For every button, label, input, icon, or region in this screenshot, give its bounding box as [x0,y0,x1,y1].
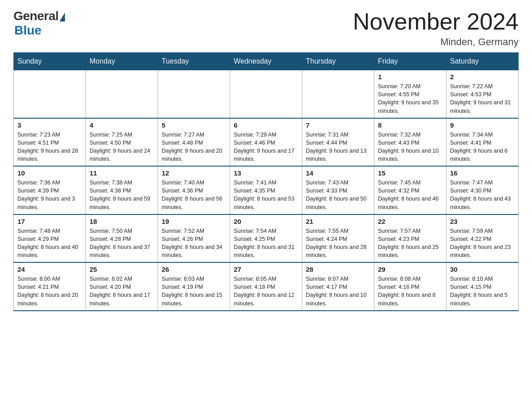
day-info: Sunrise: 7:57 AMSunset: 4:23 PMDaylight:… [378,227,442,260]
calendar-cell [230,70,302,118]
header-day-tuesday: Tuesday [158,53,230,70]
day-info: Sunrise: 7:41 AMSunset: 4:35 PMDaylight:… [234,179,298,211]
calendar-cell: 26Sunrise: 8:03 AMSunset: 4:19 PMDayligh… [158,262,230,311]
day-info: Sunrise: 7:52 AMSunset: 4:26 PMDaylight:… [162,227,226,260]
day-info: Sunrise: 7:27 AMSunset: 4:48 PMDaylight:… [162,131,226,163]
day-number: 25 [90,265,154,273]
calendar-cell: 12Sunrise: 7:40 AMSunset: 4:36 PMDayligh… [158,166,230,214]
calendar-cell: 2Sunrise: 7:22 AMSunset: 4:53 PMDaylight… [446,70,519,118]
calendar-cell: 15Sunrise: 7:45 AMSunset: 4:32 PMDayligh… [374,166,446,214]
day-number: 9 [450,121,515,129]
day-number: 21 [306,218,370,225]
day-number: 7 [306,121,370,129]
day-info: Sunrise: 7:38 AMSunset: 4:38 PMDaylight:… [90,179,154,211]
header-day-monday: Monday [86,53,158,70]
calendar-cell: 11Sunrise: 7:38 AMSunset: 4:38 PMDayligh… [86,166,158,214]
day-number: 27 [234,265,298,273]
calendar-cell: 8Sunrise: 7:32 AMSunset: 4:43 PMDaylight… [374,118,446,167]
calendar-cell: 6Sunrise: 7:29 AMSunset: 4:46 PMDaylight… [230,118,302,167]
day-info: Sunrise: 8:08 AMSunset: 4:16 PMDaylight:… [378,275,442,308]
day-info: Sunrise: 7:22 AMSunset: 4:53 PMDaylight:… [450,82,515,115]
header-row: SundayMondayTuesdayWednesdayThursdayFrid… [14,53,519,70]
calendar-cell: 19Sunrise: 7:52 AMSunset: 4:26 PMDayligh… [158,214,230,263]
day-number: 8 [378,121,442,129]
day-info: Sunrise: 7:34 AMSunset: 4:41 PMDaylight:… [450,131,515,163]
calendar-cell: 25Sunrise: 8:02 AMSunset: 4:20 PMDayligh… [86,262,158,311]
calendar-body: 1Sunrise: 7:20 AMSunset: 4:55 PMDaylight… [14,70,519,311]
calendar-cell: 5Sunrise: 7:27 AMSunset: 4:48 PMDaylight… [158,118,230,167]
day-info: Sunrise: 7:54 AMSunset: 4:25 PMDaylight:… [234,227,298,260]
calendar-cell: 9Sunrise: 7:34 AMSunset: 4:41 PMDaylight… [446,118,519,167]
header-day-saturday: Saturday [446,53,519,70]
day-info: Sunrise: 7:32 AMSunset: 4:43 PMDaylight:… [378,131,442,163]
calendar-table: SundayMondayTuesdayWednesdayThursdayFrid… [13,52,519,311]
day-number: 12 [162,169,226,177]
calendar-cell: 16Sunrise: 7:47 AMSunset: 4:30 PMDayligh… [446,166,519,214]
day-number: 3 [17,121,82,129]
calendar-cell: 30Sunrise: 8:10 AMSunset: 4:15 PMDayligh… [446,262,519,311]
day-number: 19 [162,218,226,225]
calendar-cell: 1Sunrise: 7:20 AMSunset: 4:55 PMDaylight… [374,70,446,118]
calendar-cell: 7Sunrise: 7:31 AMSunset: 4:44 PMDaylight… [302,118,374,167]
logo-triangle-icon [60,13,65,21]
day-number: 14 [306,169,370,177]
calendar-cell: 20Sunrise: 7:54 AMSunset: 4:25 PMDayligh… [230,214,302,263]
day-info: Sunrise: 7:43 AMSunset: 4:33 PMDaylight:… [306,179,370,211]
logo-general-text: General [13,9,59,23]
day-number: 29 [378,265,442,273]
logo-blue-text: Blue [14,23,42,38]
calendar-cell [86,70,158,118]
calendar-cell: 14Sunrise: 7:43 AMSunset: 4:33 PMDayligh… [302,166,374,214]
calendar-cell [302,70,374,118]
location-text: Minden, Germany [353,36,519,48]
calendar-cell: 18Sunrise: 7:50 AMSunset: 4:28 PMDayligh… [86,214,158,263]
calendar-cell: 17Sunrise: 7:48 AMSunset: 4:29 PMDayligh… [14,214,86,263]
calendar-cell: 23Sunrise: 7:59 AMSunset: 4:22 PMDayligh… [446,214,519,263]
calendar-cell [14,70,86,118]
calendar-cell: 27Sunrise: 8:05 AMSunset: 4:18 PMDayligh… [230,262,302,311]
day-number: 13 [234,169,298,177]
day-info: Sunrise: 7:50 AMSunset: 4:28 PMDaylight:… [90,227,154,260]
day-info: Sunrise: 8:05 AMSunset: 4:18 PMDaylight:… [234,275,298,308]
header-day-thursday: Thursday [302,53,374,70]
day-info: Sunrise: 7:40 AMSunset: 4:36 PMDaylight:… [162,179,226,211]
logo: General Blue [13,9,65,38]
day-number: 30 [450,265,515,273]
day-info: Sunrise: 7:48 AMSunset: 4:29 PMDaylight:… [17,227,82,260]
day-number: 1 [378,73,442,81]
day-info: Sunrise: 7:47 AMSunset: 4:30 PMDaylight:… [450,179,515,211]
day-info: Sunrise: 7:55 AMSunset: 4:24 PMDaylight:… [306,227,370,260]
day-info: Sunrise: 7:45 AMSunset: 4:32 PMDaylight:… [378,179,442,211]
month-title: November 2024 [353,9,519,34]
day-number: 18 [90,218,154,225]
header-day-wednesday: Wednesday [230,53,302,70]
day-info: Sunrise: 7:25 AMSunset: 4:50 PMDaylight:… [90,131,154,163]
calendar-week-5: 24Sunrise: 8:00 AMSunset: 4:21 PMDayligh… [14,262,519,311]
calendar-cell: 3Sunrise: 7:23 AMSunset: 4:51 PMDaylight… [14,118,86,167]
day-number: 16 [450,169,515,177]
calendar-cell: 28Sunrise: 8:07 AMSunset: 4:17 PMDayligh… [302,262,374,311]
calendar-cell [158,70,230,118]
calendar-week-4: 17Sunrise: 7:48 AMSunset: 4:29 PMDayligh… [14,214,519,263]
calendar-cell: 22Sunrise: 7:57 AMSunset: 4:23 PMDayligh… [374,214,446,263]
day-info: Sunrise: 7:31 AMSunset: 4:44 PMDaylight:… [306,131,370,163]
day-info: Sunrise: 8:02 AMSunset: 4:20 PMDaylight:… [90,275,154,308]
day-number: 17 [17,218,82,225]
day-number: 10 [17,169,82,177]
day-info: Sunrise: 7:36 AMSunset: 4:39 PMDaylight:… [17,179,82,211]
page-header: General Blue November 2024 Minden, Germa… [13,9,519,48]
day-info: Sunrise: 8:10 AMSunset: 4:15 PMDaylight:… [450,275,515,308]
day-number: 2 [450,73,515,81]
header-day-sunday: Sunday [14,53,86,70]
day-number: 20 [234,218,298,225]
calendar-week-3: 10Sunrise: 7:36 AMSunset: 4:39 PMDayligh… [14,166,519,214]
day-number: 23 [450,218,515,225]
calendar-cell: 4Sunrise: 7:25 AMSunset: 4:50 PMDaylight… [86,118,158,167]
calendar-week-2: 3Sunrise: 7:23 AMSunset: 4:51 PMDaylight… [14,118,519,167]
day-number: 26 [162,265,226,273]
day-number: 24 [17,265,82,273]
title-block: November 2024 Minden, Germany [353,9,519,48]
calendar-cell: 13Sunrise: 7:41 AMSunset: 4:35 PMDayligh… [230,166,302,214]
calendar-week-1: 1Sunrise: 7:20 AMSunset: 4:55 PMDaylight… [14,70,519,118]
day-info: Sunrise: 7:59 AMSunset: 4:22 PMDaylight:… [450,227,515,260]
